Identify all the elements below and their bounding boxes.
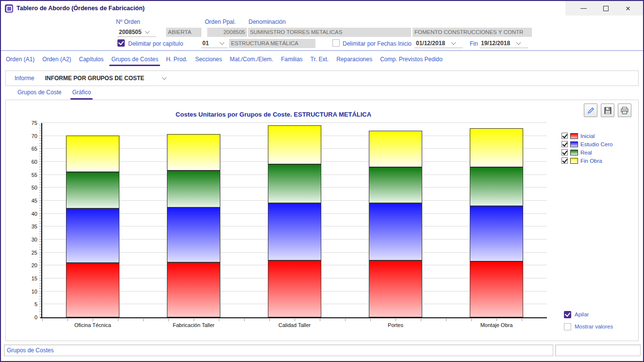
informe-label: Informe — [15, 75, 34, 82]
edit-chart-button[interactable] — [584, 103, 597, 117]
legend-item: Real — [561, 149, 612, 155]
tab-secciones[interactable]: Secciones — [195, 56, 222, 66]
legend-label: Real — [580, 150, 592, 155]
fecha-fin-value: 19/12/2018 — [481, 40, 510, 47]
subtab-gr-fico[interactable]: Gráfico — [72, 89, 91, 100]
bar-segment-fin-obra — [470, 128, 523, 167]
print-chart-button[interactable] — [618, 103, 631, 117]
legend-swatch-inicial — [570, 133, 578, 139]
bar-segment-estudio-cero — [268, 203, 321, 260]
x-category-label: Fabricación Taller — [145, 322, 242, 328]
chart-options: Apilar Mostrar valores — [564, 310, 613, 330]
window-title: Tablero de Abordo (Órdenes de Fabricació… — [17, 5, 145, 12]
bar-segment-inicial — [369, 260, 422, 317]
maximize-button[interactable] — [596, 2, 615, 15]
chevron-down-icon[interactable] — [516, 40, 521, 45]
legend-checkbox-fin-obra[interactable] — [561, 157, 568, 164]
tab-cap-tulos[interactable]: Capítulos — [79, 56, 104, 66]
y-tick-label: 35 — [24, 224, 37, 229]
window-controls: × — [565, 1, 643, 16]
mostrar-valores-checkbox[interactable] — [564, 323, 571, 330]
capitulo-value: 01 — [202, 40, 209, 47]
chevron-down-icon[interactable] — [162, 75, 167, 80]
tab-bar: Orden (A1)Orden (A2)CapítulosGrupos de C… — [1, 52, 643, 70]
y-tick-label: 55 — [24, 172, 37, 178]
cliente-field: FOMENTO CONSTRUCCIONES Y CONTR — [413, 28, 532, 37]
legend-checkbox-real[interactable] — [561, 149, 568, 155]
bar-segment-estudio-cero — [369, 203, 422, 260]
orden-ppal-label: Orden Ppal. — [205, 18, 236, 25]
y-tick-label: 75 — [24, 120, 37, 126]
legend-label: Estudio Cero — [580, 141, 612, 147]
y-tick-label: 70 — [24, 133, 37, 139]
fecha-inicio-combobox[interactable]: 01/12/2018 — [414, 39, 463, 48]
gridline — [42, 122, 547, 123]
y-tick-label: 5 — [24, 301, 37, 307]
delimitar-capitulo-checkbox[interactable] — [117, 39, 125, 47]
denominacion-label: Denominación — [248, 18, 286, 25]
apilar-label: Apilar — [575, 311, 589, 317]
fecha-fin-combobox[interactable]: 19/12/2018 — [479, 39, 528, 48]
y-tick-label: 30 — [24, 237, 37, 242]
x-category-label: Oficina Técnica — [44, 322, 141, 328]
delimitar-fechas-checkbox[interactable] — [332, 39, 340, 47]
bar-segment-inicial — [66, 263, 119, 317]
tab-orden-a2[interactable]: Orden (A2) — [42, 56, 71, 66]
bar-segment-real — [167, 171, 220, 207]
chevron-down-icon[interactable] — [220, 40, 225, 45]
app-icon — [5, 4, 13, 13]
bar-segment-fin-obra — [369, 131, 422, 167]
chart-panel: Costes Unitarios por Grupos de Coste. ES… — [5, 100, 639, 341]
chevron-down-icon[interactable] — [451, 40, 456, 45]
tab-mat-com-elem[interactable]: Mat./Com./Elem. — [230, 56, 273, 66]
delimitar-capitulo-label: Delimitar por capítulo — [128, 40, 183, 47]
x-category-label: Portes — [347, 322, 444, 328]
n-orden-combobox[interactable]: 2008505 — [117, 28, 156, 37]
legend-swatch-fin-obra — [570, 158, 578, 164]
close-button[interactable]: × — [619, 2, 637, 15]
save-icon — [604, 106, 612, 115]
status-message: Grupos de Costes — [4, 345, 553, 356]
y-tick-label: 65 — [24, 146, 37, 152]
legend-checkbox-inicial[interactable] — [561, 133, 568, 139]
tab-orden-a1[interactable]: Orden (A1) — [6, 56, 34, 66]
tab-reparaciones[interactable]: Reparaciones — [336, 56, 372, 66]
apilar-checkbox[interactable] — [564, 311, 571, 318]
maximize-icon — [603, 6, 609, 11]
tab-tr-ext[interactable]: Tr. Ext. — [311, 56, 329, 66]
bar-segment-real — [470, 167, 523, 206]
app-window: Tablero de Abordo (Órdenes de Fabricació… — [0, 0, 644, 362]
chart-title: Costes Unitarios por Grupos de Coste. ES… — [6, 111, 541, 118]
printer-icon — [620, 106, 629, 115]
x-category-label: Calidad Taller — [246, 322, 343, 328]
bar-segment-estudio-cero — [470, 206, 523, 262]
subtab-bar: Grupos de CosteGráfico — [1, 89, 91, 100]
tab-grupos-de-costes[interactable]: Grupos de Costes — [111, 56, 158, 66]
legend-label: Fin Obra — [580, 158, 602, 164]
n-orden-label: Nº Orden — [116, 18, 140, 25]
capitulo-desc-field: ESTRUCTURA METÁLICA — [229, 39, 315, 48]
minimize-button[interactable] — [574, 2, 593, 15]
bar-segment-inicial — [268, 260, 321, 317]
bar-segment-fin-obra — [66, 136, 119, 172]
tab-familias[interactable]: Familias — [281, 56, 303, 66]
save-chart-button[interactable] — [601, 103, 614, 117]
tab-h-prod[interactable]: H. Prod. — [166, 56, 187, 66]
y-axis — [41, 123, 42, 317]
tab-comp-previstos-pedido[interactable]: Comp. Previstos Pedido — [380, 56, 443, 66]
y-tick-label: 20 — [24, 262, 37, 268]
legend-checkbox-estudio-cero[interactable] — [561, 141, 568, 147]
chevron-down-icon[interactable] — [145, 29, 149, 34]
subtab-grupos-de-coste[interactable]: Grupos de Coste — [17, 89, 62, 100]
x-axis — [40, 317, 547, 318]
bar-segment-real — [66, 172, 119, 208]
y-tick-label: 10 — [24, 289, 37, 294]
y-axis-minor-ticks — [39, 123, 41, 317]
informe-select[interactable]: INFORME POR GRUPOS DE COSTE — [45, 75, 145, 82]
capitulo-combobox[interactable]: 01 — [201, 39, 228, 48]
y-tick-label: 25 — [24, 250, 37, 256]
fin-label: Fin — [470, 40, 478, 47]
pencil-icon — [587, 106, 595, 115]
title-bar: Tablero de Abordo (Órdenes de Fabricació… — [1, 1, 643, 16]
bar-segment-fin-obra — [167, 134, 220, 171]
